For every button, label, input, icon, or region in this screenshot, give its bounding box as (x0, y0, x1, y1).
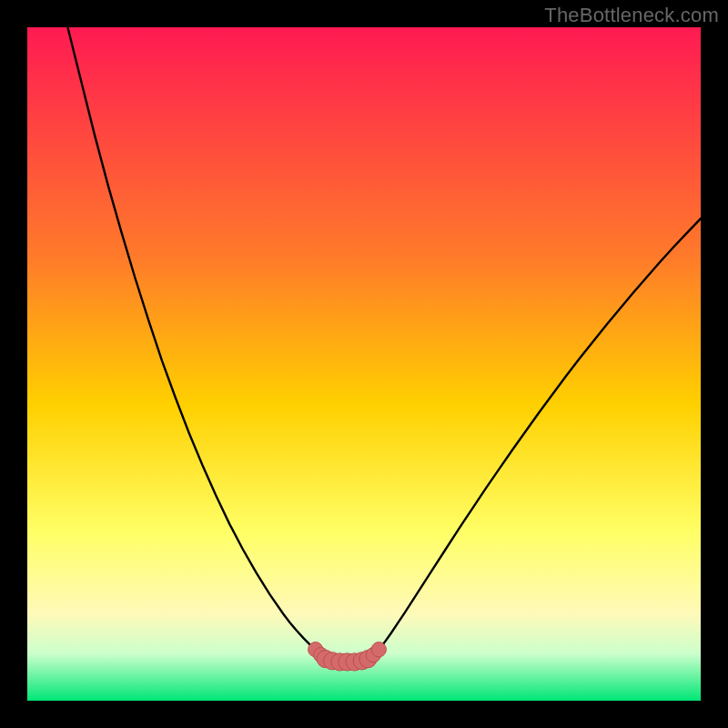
watermark-text: TheBottleneck.com (544, 4, 719, 27)
plot-area (27, 27, 701, 701)
bottleneck-curve-chart (27, 27, 701, 701)
trough-marker (371, 642, 386, 657)
gradient-background (27, 27, 701, 701)
chart-frame: TheBottleneck.com (0, 0, 728, 728)
